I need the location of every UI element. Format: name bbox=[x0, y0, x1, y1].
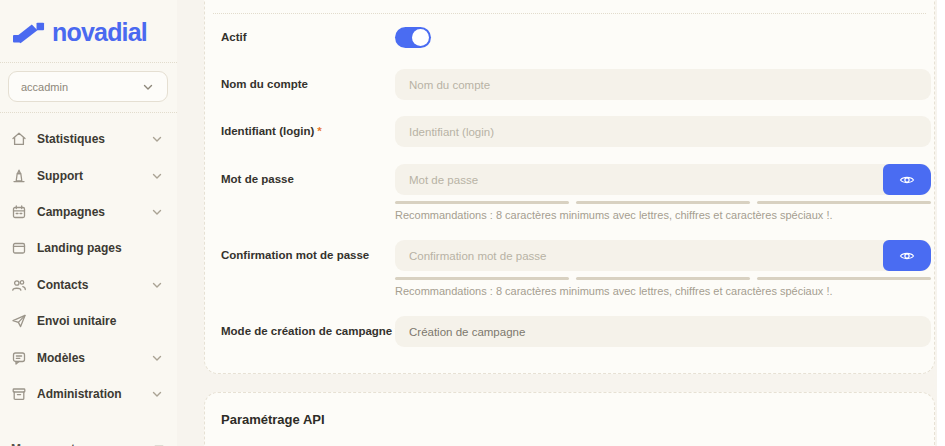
field-control: Recommandations : 8 caractères minimums … bbox=[395, 240, 931, 297]
strength-bar bbox=[757, 201, 931, 204]
sidebar-item-administration[interactable]: Administration bbox=[0, 376, 177, 412]
form-row-login: Identifiant (login)* bbox=[221, 116, 931, 147]
strength-bar bbox=[757, 277, 931, 280]
api-settings-card: Paramétrage API bbox=[204, 392, 935, 446]
sidebar-item-label: Landing pages bbox=[37, 241, 164, 255]
account-selector-value: accadmin bbox=[21, 81, 141, 93]
novadial-logo-icon bbox=[13, 20, 45, 46]
account-form-card: Actif Nom du compte Identifiant (login)*… bbox=[204, 0, 935, 374]
show-password-confirm-button[interactable] bbox=[883, 240, 931, 271]
sidebar-item-label: Administration bbox=[37, 387, 150, 401]
field-label: Actif bbox=[221, 27, 247, 48]
paper-plane-icon bbox=[11, 313, 27, 329]
sidebar-item-label: Support bbox=[37, 169, 150, 183]
home-icon bbox=[11, 131, 27, 147]
field-label: Mode de création de campagne* bbox=[221, 316, 400, 347]
sidebar-item-support[interactable]: Support bbox=[0, 157, 177, 193]
campaign-mode-select[interactable] bbox=[395, 316, 931, 347]
brand-name: novadial bbox=[52, 18, 147, 47]
sidebar-item-label: Contacts bbox=[37, 278, 150, 292]
eye-icon bbox=[899, 248, 915, 264]
chat-icon bbox=[11, 350, 27, 366]
sidebar-divider bbox=[0, 112, 177, 113]
sidebar-item-landing-pages[interactable]: Landing pages bbox=[0, 230, 177, 266]
form-row-password: Mot de passe Recommandations : 8 caractè… bbox=[221, 164, 931, 226]
field-control bbox=[395, 316, 931, 347]
field-label-text: Identifiant (login) bbox=[221, 125, 314, 137]
sidebar-item-contacts[interactable]: Contacts bbox=[0, 267, 177, 303]
strength-bar bbox=[576, 201, 750, 204]
users-icon bbox=[11, 277, 27, 293]
field-control bbox=[395, 69, 931, 100]
strength-bar bbox=[395, 277, 569, 280]
field-control: Recommandations : 8 caractères minimums … bbox=[395, 164, 931, 221]
lighthouse-icon bbox=[11, 168, 27, 184]
eye-icon bbox=[899, 172, 915, 188]
card-divider bbox=[213, 13, 926, 14]
sidebar-menu: Statistiques Support Ca bbox=[0, 121, 177, 412]
password-input[interactable] bbox=[395, 164, 931, 195]
api-section-title: Paramétrage API bbox=[221, 412, 325, 427]
field-label: Identifiant (login)* bbox=[221, 116, 322, 147]
sidebar-item-mon-compte[interactable]: Mon compte bbox=[11, 439, 166, 446]
window-icon bbox=[11, 240, 27, 256]
field-label: Confirmation mot de passe bbox=[221, 240, 369, 271]
chevron-down-icon bbox=[150, 132, 164, 146]
password-hint: Recommandations : 8 caractères minimums … bbox=[395, 285, 931, 297]
sidebar-item-modeles[interactable]: Modèles bbox=[0, 339, 177, 375]
required-asterisk: * bbox=[317, 125, 321, 137]
account-name-input[interactable] bbox=[395, 69, 931, 100]
form-row-active: Actif bbox=[221, 27, 931, 48]
sidebar-item-campagnes[interactable]: Campagnes bbox=[0, 194, 177, 230]
sidebar-item-label: Mon compte bbox=[11, 442, 82, 446]
brand-logo[interactable]: novadial bbox=[13, 18, 147, 47]
chevron-down-icon bbox=[141, 80, 155, 94]
field-control bbox=[395, 27, 931, 48]
field-label-text: Mode de création de campagne bbox=[221, 325, 392, 337]
chevron-down-icon bbox=[150, 278, 164, 292]
password-strength-meter bbox=[395, 277, 931, 280]
account-selector[interactable]: accadmin bbox=[8, 71, 168, 102]
password-confirm-input[interactable] bbox=[395, 240, 931, 271]
chevron-down-icon bbox=[150, 169, 164, 183]
chevron-down-icon bbox=[150, 387, 164, 401]
field-label: Nom du compte bbox=[221, 69, 308, 100]
sidebar-item-label: Modèles bbox=[37, 351, 150, 365]
calendar-icon bbox=[11, 204, 27, 220]
active-toggle[interactable] bbox=[395, 27, 431, 48]
form-row-campaign-mode: Mode de création de campagne* bbox=[221, 316, 931, 347]
show-password-button[interactable] bbox=[883, 164, 931, 195]
sidebar-item-envoi-unitaire[interactable]: Envoi unitaire bbox=[0, 303, 177, 339]
sidebar-item-label: Envoi unitaire bbox=[37, 314, 164, 328]
sidebar-item-label: Campagnes bbox=[37, 205, 150, 219]
chevron-down-icon bbox=[150, 351, 164, 365]
collapse-icon bbox=[152, 442, 166, 446]
archive-icon bbox=[11, 386, 27, 402]
scrollbar-gutter[interactable] bbox=[937, 0, 945, 446]
sidebar-divider bbox=[0, 62, 177, 63]
sidebar-item-label: Statistiques bbox=[37, 132, 150, 146]
password-strength-meter bbox=[395, 201, 931, 204]
form-row-password-confirm: Confirmation mot de passe Recommandation… bbox=[221, 240, 931, 302]
chevron-down-icon bbox=[150, 205, 164, 219]
password-hint: Recommandations : 8 caractères minimums … bbox=[395, 209, 931, 221]
strength-bar bbox=[395, 201, 569, 204]
form-row-account-name: Nom du compte bbox=[221, 69, 931, 100]
field-label: Mot de passe bbox=[221, 164, 294, 195]
toggle-knob bbox=[412, 29, 429, 46]
sidebar: novadial accadmin Statistiques bbox=[0, 0, 177, 446]
field-control bbox=[395, 116, 931, 147]
sidebar-item-statistiques[interactable]: Statistiques bbox=[0, 121, 177, 157]
login-input[interactable] bbox=[395, 116, 931, 147]
strength-bar bbox=[576, 277, 750, 280]
